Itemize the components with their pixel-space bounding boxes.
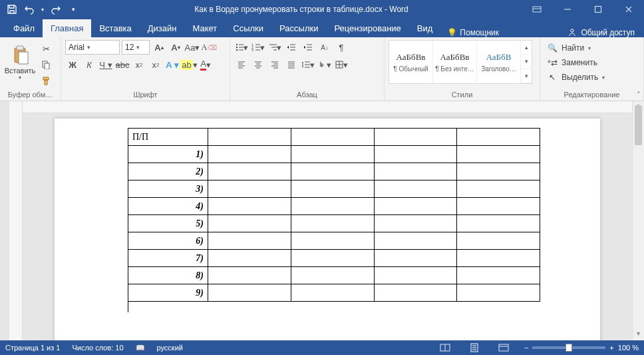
row-number-cell[interactable]: 3) (128, 180, 208, 198)
replace-button[interactable]: ᵃ⇄Заменить (544, 56, 607, 69)
collapse-ribbon-icon[interactable]: ˄ (637, 91, 641, 99)
zoom-in-icon[interactable]: + (609, 344, 613, 352)
window-title: Как в Ворде пронумеровать строки в табли… (81, 5, 522, 14)
row-number-cell[interactable]: 1) (128, 146, 208, 163)
decrease-indent-icon[interactable] (284, 40, 299, 55)
status-words[interactable]: Число слов: 10 (72, 344, 123, 352)
svg-rect-7 (45, 63, 49, 69)
redo-icon[interactable] (48, 1, 64, 17)
undo-icon[interactable] (21, 1, 37, 17)
vertical-ruler[interactable] (9, 101, 23, 340)
close-icon[interactable] (613, 0, 644, 19)
scroll-down-icon[interactable]: ▾ (633, 330, 644, 340)
row-number-cell[interactable]: 5) (128, 215, 208, 232)
line-spacing-icon[interactable]: ▾ (301, 57, 315, 72)
shrink-font-icon[interactable]: A▾ (168, 40, 183, 55)
paste-button[interactable]: Вставить ▾ (4, 40, 36, 84)
minimize-icon[interactable] (552, 0, 583, 19)
print-layout-icon[interactable] (466, 341, 483, 354)
tell-me[interactable]: 💡 Помощник (440, 28, 506, 37)
row-number-cell[interactable]: 6) (128, 232, 208, 250)
increase-indent-icon[interactable] (301, 40, 315, 55)
group-paragraph-label: Абзац (234, 89, 380, 101)
highlight-icon[interactable]: ab▾ (182, 57, 196, 72)
align-right-icon[interactable] (267, 57, 282, 72)
find-button[interactable]: 🔍Найти ▾ (544, 41, 607, 55)
tab-mailings[interactable]: Рассылки (271, 19, 326, 37)
qat-customize[interactable]: ▾ (65, 1, 81, 17)
zoom-slider[interactable] (532, 346, 605, 349)
tab-design[interactable]: Дизайн (140, 19, 185, 37)
tab-layout[interactable]: Макет (184, 19, 225, 37)
justify-icon[interactable] (284, 57, 299, 72)
horizontal-ruler[interactable] (23, 101, 632, 113)
multilevel-list-icon[interactable]: ▾ (267, 40, 282, 55)
format-painter-icon[interactable] (39, 73, 53, 88)
row-number-cell[interactable]: 9) (128, 284, 208, 302)
share-button[interactable]: Общий доступ (558, 28, 644, 37)
tab-file[interactable]: Файл (5, 19, 43, 37)
svg-point-8 (236, 44, 238, 45)
italic-icon[interactable]: К (82, 57, 96, 72)
gallery-more-icon[interactable]: ▾ (521, 69, 532, 83)
status-language[interactable]: русский (157, 344, 183, 352)
strikethrough-icon[interactable]: abc (115, 57, 130, 72)
font-name-combo[interactable]: Arial▾ (65, 40, 120, 55)
cut-icon[interactable]: ✂ (39, 41, 53, 56)
tab-review[interactable]: Рецензирование (326, 19, 408, 37)
bullets-icon[interactable]: ▾ (234, 40, 249, 55)
web-layout-icon[interactable] (495, 341, 512, 354)
shading-icon[interactable]: ▾ (317, 57, 332, 72)
document-table[interactable]: П/П1)2)3)4)5)6)7)8)9) (128, 128, 540, 302)
status-proofing-icon[interactable]: 📖 (136, 344, 145, 352)
text-cursor (128, 302, 128, 312)
borders-icon[interactable]: ▾ (334, 57, 349, 72)
change-case-icon[interactable]: Aa▾ (185, 40, 200, 55)
svg-point-9 (236, 47, 238, 48)
sort-icon[interactable]: A↓ (317, 40, 332, 55)
maximize-icon[interactable] (583, 0, 613, 19)
zoom-level[interactable]: 100 % (618, 344, 639, 352)
tab-references[interactable]: Ссылки (225, 19, 271, 37)
clear-formatting-icon[interactable]: A⌫ (202, 40, 216, 55)
scroll-thumb[interactable] (635, 105, 642, 145)
gallery-up-icon[interactable]: ▴ (521, 41, 532, 55)
text-effects-icon[interactable]: A ▾ (165, 57, 180, 72)
numbering-icon[interactable]: 123▾ (251, 40, 265, 55)
tab-view[interactable]: Вид (409, 19, 441, 37)
document-scroll[interactable]: П/П1)2)3)4)5)6)7)8)9) (23, 101, 632, 340)
bold-icon[interactable]: Ж (65, 57, 80, 72)
row-number-cell[interactable]: 2) (128, 163, 208, 180)
row-number-cell[interactable]: 8) (128, 267, 208, 284)
show-marks-icon[interactable]: ¶ (334, 40, 349, 55)
ribbon-display-options-icon[interactable] (522, 0, 552, 19)
font-color-icon[interactable]: A▾ (198, 57, 213, 72)
superscript-icon[interactable]: x2 (148, 57, 163, 72)
underline-icon[interactable]: Ч ▾ (98, 57, 113, 72)
vertical-scrollbar[interactable]: ▴ ▾ (632, 101, 644, 340)
table-row: 2) (128, 163, 540, 180)
read-mode-icon[interactable] (436, 341, 454, 354)
tab-insert[interactable]: Вставка (91, 19, 139, 37)
align-left-icon[interactable] (234, 57, 249, 72)
zoom-thumb[interactable] (565, 344, 572, 352)
status-page[interactable]: Страница 1 из 1 (5, 344, 60, 352)
copy-icon[interactable] (39, 57, 53, 72)
style-heading1[interactable]: АаБбВЗаголово… (477, 41, 521, 83)
qat-undo-more[interactable]: ▾ (39, 1, 47, 17)
page[interactable]: П/П1)2)3)4)5)6)7)8)9) (55, 119, 600, 340)
zoom-out-icon[interactable]: − (524, 344, 528, 352)
grow-font-icon[interactable]: A▴ (152, 40, 166, 55)
row-number-cell[interactable]: 7) (128, 250, 208, 267)
row-number-cell[interactable]: 4) (128, 198, 208, 215)
style-normal[interactable]: АаБбВв¶ Обычный (389, 41, 433, 83)
align-center-icon[interactable] (251, 57, 265, 72)
select-button[interactable]: ↖Выделить ▾ (544, 71, 607, 84)
style-no-spacing[interactable]: АаБбВв¶ Без инте… (433, 41, 477, 83)
font-size-combo[interactable]: 12▾ (122, 40, 150, 55)
table-header-cell[interactable]: П/П (128, 129, 208, 146)
save-icon[interactable] (4, 1, 20, 17)
gallery-down-icon[interactable]: ▾ (521, 55, 532, 69)
subscript-icon[interactable]: x2 (132, 57, 146, 72)
tab-home[interactable]: Главная (43, 19, 91, 37)
